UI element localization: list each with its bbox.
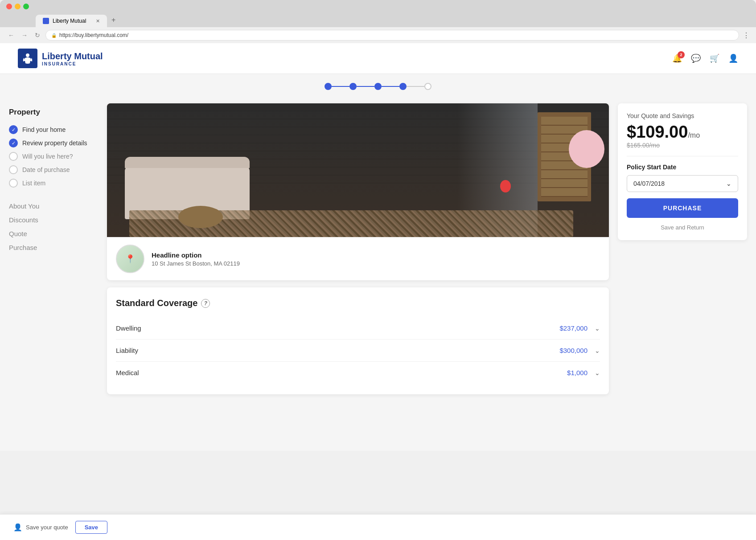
tab-favicon <box>43 18 49 24</box>
coverage-name-medical: Medical <box>116 369 567 376</box>
sidebar-item-find-home[interactable]: ✓ Find your home <box>9 123 94 136</box>
progress-line-1 <box>332 86 349 87</box>
property-image-card: 📍 Headline option 10 St James St Boston,… <box>107 103 609 280</box>
quote-divider <box>627 156 738 156</box>
sidebar: Property ✓ Find your home ✓ Review prope… <box>0 94 103 451</box>
quote-price-unit: /mo <box>688 131 700 139</box>
coverage-help-icon[interactable]: ? <box>201 299 210 308</box>
progress-steps <box>325 83 431 90</box>
check-icon-live-here <box>9 152 18 161</box>
coverage-title-text: Standard Coverage <box>116 298 197 308</box>
back-btn[interactable]: ← <box>6 31 16 40</box>
forward-btn[interactable]: → <box>20 31 29 40</box>
content-area: 📍 Headline option 10 St James St Boston,… <box>103 94 756 451</box>
chevron-down-icon-dwelling: ⌄ <box>595 325 600 332</box>
quote-card: Your Quote and Savings $109.00/mo $165.0… <box>618 103 747 240</box>
ssl-lock-icon: 🔒 <box>51 33 57 38</box>
sidebar-item-review-property[interactable]: ✓ Review property details <box>9 136 94 150</box>
traffic-light-green[interactable] <box>23 4 29 9</box>
check-icon-date-purchase <box>9 165 18 174</box>
tab-title: Liberty Mutual <box>53 18 86 24</box>
sidebar-label-live-here: Will you live here? <box>22 153 73 160</box>
traffic-light-red[interactable] <box>6 4 12 9</box>
notification-badge: 2 <box>678 51 685 58</box>
sidebar-about-you[interactable]: About You <box>9 199 94 213</box>
progress-step-3[interactable] <box>374 83 382 90</box>
new-tab-btn[interactable]: + <box>107 13 178 27</box>
logo-area: Liberty Mutual INSURANCE <box>18 49 103 68</box>
policy-date-select[interactable]: 04/07/2018 ⌄ <box>627 175 738 192</box>
progress-step-2[interactable] <box>349 83 357 90</box>
property-info: 📍 Headline option 10 St James St Boston,… <box>107 237 609 280</box>
property-image <box>107 103 609 237</box>
progress-step-5[interactable] <box>424 83 431 90</box>
property-address-text: 10 St James St Boston, MA 02119 <box>152 260 240 267</box>
chevron-down-icon-medical: ⌄ <box>595 369 600 376</box>
coverage-value-liability: $300,000 <box>559 347 588 354</box>
progress-line-2 <box>357 86 374 87</box>
sidebar-item-date-purchase[interactable]: Date of purchase <box>9 163 94 176</box>
sidebar-label-date-purchase: Date of purchase <box>22 166 70 173</box>
coverage-title: Standard Coverage ? <box>116 298 600 308</box>
coverage-row-dwelling[interactable]: Dwelling $237,000 ⌄ <box>116 317 600 340</box>
notifications-btn[interactable]: 🔔 2 <box>672 53 682 63</box>
policy-date-label: Policy Start Date <box>627 164 738 171</box>
quote-price: $109.00/mo <box>627 123 738 142</box>
user-btn[interactable]: 👤 <box>728 53 738 63</box>
app-header: Liberty Mutual INSURANCE 🔔 2 💬 🛒 👤 <box>0 43 756 74</box>
purchase-button[interactable]: PURCHASE <box>627 198 738 218</box>
map-thumbnail: 📍 <box>116 245 144 273</box>
logo-name: Liberty Mutual <box>42 51 103 61</box>
room-image <box>107 103 609 237</box>
sidebar-item-live-here[interactable]: Will you live here? <box>9 150 94 163</box>
check-icon-find-home: ✓ <box>9 125 18 134</box>
coverage-row-liability[interactable]: Liability $300,000 ⌄ <box>116 340 600 362</box>
sidebar-item-list[interactable]: List item <box>9 176 94 190</box>
sidebar-label-review-property: Review property details <box>22 139 87 147</box>
property-section: 📍 Headline option 10 St James St Boston,… <box>107 103 609 394</box>
property-headline: Headline option <box>152 251 240 259</box>
coverage-section: Standard Coverage ? Dwelling $237,000 ⌄ … <box>107 287 609 394</box>
chat-btn[interactable]: 💬 <box>691 53 701 63</box>
tab-close-btn[interactable]: ✕ <box>96 18 100 24</box>
balloon-pink <box>569 130 604 168</box>
balloon-red <box>500 180 511 192</box>
sidebar-property-group: Property ✓ Find your home ✓ Review prope… <box>9 108 94 190</box>
chevron-down-icon-liability: ⌄ <box>595 347 600 354</box>
cart-btn[interactable]: 🛒 <box>710 53 719 63</box>
logo-icon <box>18 49 37 68</box>
main-layout: Property ✓ Find your home ✓ Review prope… <box>0 94 756 451</box>
quote-title: Your Quote and Savings <box>627 112 738 119</box>
progress-line-3 <box>382 86 399 87</box>
progress-step-4[interactable] <box>399 83 407 90</box>
sidebar-label-list: List item <box>22 180 45 187</box>
quote-original-price: $165.00/mo <box>627 142 738 149</box>
browser-menu-btn[interactable]: ⋮ <box>743 31 750 40</box>
traffic-light-yellow[interactable] <box>15 4 21 9</box>
svg-point-0 <box>26 53 29 57</box>
coverage-value-dwelling: $237,000 <box>559 324 588 332</box>
sidebar-discounts[interactable]: Discounts <box>9 213 94 226</box>
map-pin-icon: 📍 <box>125 254 135 264</box>
policy-date-value: 04/07/2018 <box>633 180 665 187</box>
address-bar-input[interactable]: 🔒 https://buy.libertymutual.com/ <box>45 30 739 41</box>
map-inner: 📍 <box>117 245 144 272</box>
check-icon-list <box>9 179 18 188</box>
logo-sub: INSURANCE <box>42 61 103 66</box>
url-text: https://buy.libertymutual.com/ <box>59 32 128 38</box>
sidebar-quote[interactable]: Quote <box>9 226 94 240</box>
progress-step-1[interactable] <box>325 83 332 90</box>
quote-panel: Your Quote and Savings $109.00/mo $165.0… <box>618 103 747 240</box>
sidebar-label-find-home: Find your home <box>22 126 66 133</box>
coverage-value-medical: $1,000 <box>567 369 588 376</box>
check-icon-review-property: ✓ <box>9 139 18 147</box>
coverage-row-medical[interactable]: Medical $1,000 ⌄ <box>116 362 600 384</box>
browser-tab[interactable]: Liberty Mutual ✕ <box>36 15 107 27</box>
reload-btn[interactable]: ↻ <box>33 31 42 40</box>
property-address: Headline option 10 St James St Boston, M… <box>152 251 240 267</box>
progress-container <box>0 74 756 94</box>
sidebar-purchase[interactable]: Purchase <box>9 240 94 254</box>
save-return-button[interactable]: Save and Return <box>627 224 738 231</box>
room-table <box>178 206 223 228</box>
logo-text: Liberty Mutual INSURANCE <box>42 51 103 66</box>
